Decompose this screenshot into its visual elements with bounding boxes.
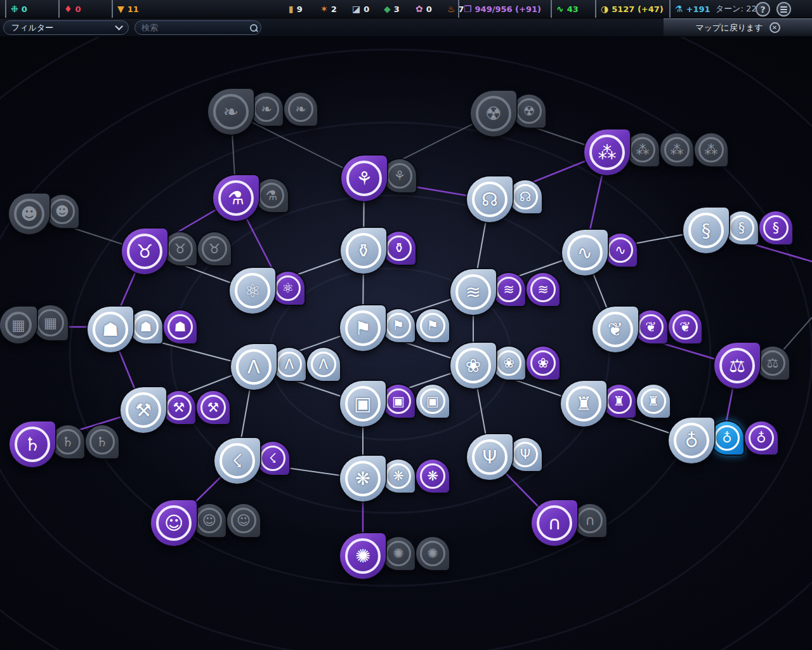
tech-node-pioneering-leaf-2[interactable]: ⚑ bbox=[416, 309, 449, 342]
tech-node-photonics-main[interactable]: ✺ bbox=[340, 533, 386, 579]
tech-node-dna-sequencing-leaf-2[interactable]: § bbox=[759, 211, 792, 244]
bird-icon: ❦ bbox=[593, 307, 638, 352]
tech-node-collective-minds-leaf-1[interactable]: ⁂ bbox=[626, 133, 659, 166]
bull-icon: ♉ bbox=[164, 232, 197, 265]
menu-button[interactable] bbox=[776, 2, 791, 17]
tech-node-habitation-domes-main[interactable]: ∩ bbox=[532, 500, 577, 546]
tech-node-alien-biology-main[interactable]: ⚘ bbox=[341, 156, 387, 201]
tech-node-computing-leaf-1[interactable]: ▣ bbox=[382, 385, 415, 418]
tech-node-power-systems-leaf-1[interactable]: ♜ bbox=[603, 385, 636, 418]
tech-node-communications-leaf-1[interactable]: ☊ bbox=[509, 180, 542, 213]
tech-node-human-genomics-leaf-1[interactable]: ♉ bbox=[164, 232, 197, 265]
tech-node-human-genomics-leaf-2[interactable]: ♉ bbox=[198, 232, 231, 265]
people-network-icon: ⁂ bbox=[695, 133, 728, 166]
tech-node-transgenics-main[interactable]: ☢ bbox=[471, 91, 516, 136]
basic-resource-xeno-crystal: ◆ 3 bbox=[384, 0, 400, 18]
science-flask-icon: ⚗ bbox=[675, 0, 683, 18]
tech-node-gene-splicing-main[interactable]: ∿ bbox=[562, 230, 608, 275]
tech-node-chemistry-labs-leaf-1[interactable]: ⚱ bbox=[383, 232, 416, 265]
tech-node-transgenics-leaf-1[interactable]: ☢ bbox=[513, 95, 546, 128]
tech-node-alien-ethology-leaf-1[interactable]: ❦ bbox=[634, 310, 667, 343]
tech-node-field-theory-main[interactable]: ≋ bbox=[450, 269, 496, 315]
tech-node-engineering-main[interactable]: Λ bbox=[231, 344, 277, 390]
tech-node-astrodynamics-leaf-1[interactable]: ♄ bbox=[51, 425, 84, 458]
tech-node-dna-sequencing-leaf-1[interactable]: § bbox=[725, 211, 758, 244]
tech-node-genetic-design-main[interactable]: ❀ bbox=[450, 343, 496, 388]
tech-node-chemistry-labs-main[interactable]: ⚱ bbox=[341, 228, 386, 274]
tech-node-photonics-leaf-2[interactable]: ✺ bbox=[416, 537, 449, 570]
tech-node-collective-minds-main[interactable]: ⁂ bbox=[584, 129, 630, 175]
tech-node-defense-systems-leaf-2[interactable]: ☗ bbox=[164, 310, 197, 343]
tech-node-alien-ethology-main[interactable]: ❦ bbox=[593, 307, 638, 352]
resource-value: 0 bbox=[22, 4, 27, 14]
tech-node-echolocation-leaf-1[interactable]: ☺ bbox=[193, 504, 226, 537]
tech-node-signal-relays-main[interactable]: Ψ bbox=[467, 434, 513, 480]
tech-node-robotics-leaf-1[interactable]: ⚒ bbox=[162, 391, 195, 424]
tech-node-engineering-leaf-1[interactable]: Λ bbox=[273, 348, 306, 381]
basic-resource-coral: ✶ 2 bbox=[320, 0, 337, 18]
tech-web-canvas[interactable]: ❧❧❧☢☢⁂⁂⁂⁂⚘⚘⚗⚗☊☊☻☻♉♉♉⚱⚱∿∿§§§⚛⚛≋≋≋▦▦☗☗☗⚑⚑⚑… bbox=[0, 37, 812, 650]
tech-node-photonics-leaf-1[interactable]: ✺ bbox=[382, 537, 415, 570]
tech-node-dna-sequencing-main[interactable]: § bbox=[683, 208, 729, 253]
tech-node-signal-relays-leaf-1[interactable]: Ψ bbox=[509, 438, 542, 471]
search-input[interactable] bbox=[141, 23, 249, 32]
tech-node-orbital-science-main[interactable]: ♁ bbox=[669, 418, 714, 463]
tech-node-defense-systems-main[interactable]: ☗ bbox=[88, 307, 133, 352]
chevron-down-icon bbox=[115, 22, 123, 30]
tech-node-alien-biology-leaf-1[interactable]: ⚘ bbox=[383, 159, 416, 192]
xenomass-icon: ▼ bbox=[117, 0, 124, 18]
tech-node-bio-wellness-leaf-2[interactable]: ❧ bbox=[284, 93, 317, 126]
tech-node-orbital-science-leaf-1[interactable]: ♁ bbox=[710, 421, 743, 454]
fungus-icon: ✿ bbox=[416, 0, 423, 18]
tech-node-field-theory-leaf-1[interactable]: ≋ bbox=[492, 273, 525, 306]
tech-node-astrodynamics-main[interactable]: ♄ bbox=[10, 421, 55, 467]
tech-node-civil-law-leaf-1[interactable]: ⚖ bbox=[756, 347, 789, 380]
tech-node-engineering-leaf-2[interactable]: Λ bbox=[307, 348, 340, 381]
tech-node-microbiology-leaf-1[interactable]: ⚗ bbox=[255, 179, 288, 212]
tech-node-robotics-main[interactable]: ⚒ bbox=[121, 387, 166, 433]
tech-node-physics-main[interactable]: ⚛ bbox=[230, 268, 275, 314]
tech-node-genetic-design-leaf-1[interactable]: ❀ bbox=[492, 347, 525, 380]
tech-node-fabrication-main[interactable]: ☇ bbox=[214, 438, 260, 484]
tech-node-genetic-design-leaf-2[interactable]: ❀ bbox=[527, 347, 560, 380]
tech-node-bio-wellness-leaf-1[interactable]: ❧ bbox=[250, 93, 283, 126]
tech-node-collective-minds-leaf-3[interactable]: ⁂ bbox=[695, 133, 728, 166]
tech-node-civil-law-main[interactable]: ⚖ bbox=[714, 343, 760, 388]
tech-node-habitation-domes-leaf-1[interactable]: ∩ bbox=[573, 504, 606, 537]
tech-node-power-systems-leaf-2[interactable]: ♜ bbox=[637, 385, 670, 418]
tech-node-computing-main[interactable]: ▣ bbox=[340, 381, 386, 427]
tech-node-astrodynamics-leaf-2[interactable]: ♄ bbox=[86, 425, 119, 458]
flag-icon: ⚑ bbox=[382, 309, 415, 342]
tech-node-alien-ethology-leaf-2[interactable]: ❦ bbox=[669, 310, 702, 343]
tech-node-orbital-science-leaf-2[interactable]: ♁ bbox=[745, 421, 778, 454]
tech-node-defense-systems-leaf-1[interactable]: ☗ bbox=[129, 310, 162, 343]
help-button[interactable]: ? bbox=[756, 2, 770, 17]
tech-node-computing-leaf-2[interactable]: ▣ bbox=[416, 385, 449, 418]
tech-node-cognition-leaf-1[interactable]: ❋ bbox=[382, 460, 415, 493]
tech-node-circuitry-leaf-1[interactable]: ▦ bbox=[33, 305, 68, 340]
tech-node-collective-minds-leaf-2[interactable]: ⁂ bbox=[660, 133, 693, 166]
tech-node-fabrication-leaf-1[interactable]: ☇ bbox=[256, 442, 289, 475]
tech-node-echolocation-main[interactable]: ☺ bbox=[151, 500, 197, 546]
tech-node-pioneering-leaf-1[interactable]: ⚑ bbox=[382, 309, 415, 342]
tech-node-communications-main[interactable]: ☊ bbox=[467, 176, 513, 222]
tech-node-robotics-leaf-2[interactable]: ⚒ bbox=[197, 391, 230, 424]
tech-node-field-theory-leaf-2[interactable]: ≋ bbox=[527, 273, 560, 306]
tech-node-microbiology-main[interactable]: ⚗ bbox=[213, 175, 259, 221]
tech-node-pioneering-main[interactable]: ⚑ bbox=[340, 305, 386, 351]
scales-icon: ⚖ bbox=[756, 347, 789, 380]
quantum-chip-icon: ✺ bbox=[416, 537, 449, 570]
tech-node-cognition-leaf-2[interactable]: ❋ bbox=[416, 460, 449, 493]
tech-node-neural-uploading-leaf-1[interactable]: ☻ bbox=[46, 195, 79, 228]
tech-node-power-systems-main[interactable]: ♜ bbox=[561, 381, 606, 427]
tech-node-physics-leaf-1[interactable]: ⚛ bbox=[272, 272, 304, 305]
tech-node-cognition-main[interactable]: ❋ bbox=[340, 456, 386, 501]
tech-node-echolocation-leaf-2[interactable]: ☺ bbox=[227, 504, 260, 537]
tech-node-bio-wellness-main[interactable]: ❧ bbox=[208, 89, 254, 135]
tech-node-human-genomics-main[interactable]: ♉ bbox=[122, 229, 167, 274]
tech-node-gene-splicing-leaf-1[interactable]: ∿ bbox=[604, 234, 637, 267]
filter-dropdown[interactable]: フィルター bbox=[3, 20, 129, 35]
return-to-map-button[interactable]: マップに戻ります ✕ bbox=[664, 18, 812, 36]
tech-node-circuitry-main[interactable]: ▦ bbox=[0, 307, 37, 343]
tech-node-neural-uploading-main[interactable]: ☻ bbox=[9, 194, 49, 234]
